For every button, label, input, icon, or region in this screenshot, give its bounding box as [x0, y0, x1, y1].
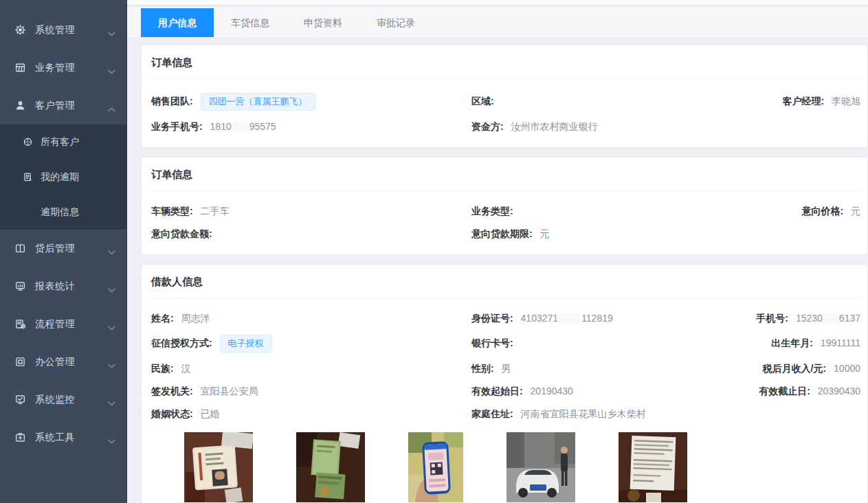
- photo-person-with-car[interactable]: 人车照: [507, 432, 575, 503]
- order-info-card-2: 订单信息 车辆类型: 二手车 业务类型: 意向价格: 元 意向贷款金额:: [141, 157, 868, 255]
- office-icon: [14, 356, 26, 368]
- photo-qr-code-phone[interactable]: 授权码截图: [408, 432, 463, 503]
- gear-icon: [14, 24, 26, 36]
- photo-id-card[interactable]: 身份证: [184, 432, 253, 503]
- monitor-icon: [14, 280, 26, 292]
- field-region: 区域:: [471, 96, 782, 108]
- user-icon: [14, 100, 26, 111]
- field-business-type: 业务类型:: [471, 205, 801, 218]
- sidebar-item-office[interactable]: 办公管理: [0, 343, 126, 381]
- order-info-card-1: 订单信息 销售团队: 四团一营（直属王鹏飞） 区域: 客户经理: 李晓旭 业务手…: [141, 45, 868, 148]
- field-sales-team: 销售团队: 四团一营（直属王鹏飞）: [151, 93, 471, 111]
- sidebar-item-all-customers[interactable]: 所有客户: [0, 124, 126, 159]
- sales-team-tag[interactable]: 四团一营（直属王鹏飞）: [201, 93, 315, 111]
- sidebar-item-postloan[interactable]: 贷后管理: [0, 230, 126, 267]
- flow-icon: [14, 318, 26, 330]
- sidebar: 系统管理 业务管理 客户管理: [0, 0, 127, 503]
- field-valid-from: 有效起始日: 20190430: [471, 385, 759, 398]
- sidebar-item-label: 逾期信息: [41, 206, 79, 219]
- section-title: 借款人信息: [151, 276, 860, 298]
- field-gender: 性别: 男: [471, 363, 763, 375]
- field-loan-amount: 意向贷款金额:: [151, 228, 471, 241]
- photo-gallery: 身份证: [151, 432, 860, 503]
- credit-auth-tag[interactable]: 电子授权: [220, 335, 272, 353]
- tab-loan-application-docs[interactable]: 申贷资料: [287, 8, 359, 37]
- sidebar-item-label: 系统监控: [35, 394, 108, 406]
- field-bank-card: 银行卡号:: [471, 337, 771, 350]
- field-marital-status: 婚姻状态: 已婚: [151, 408, 471, 421]
- sidebar-item-label: 系统管理: [35, 24, 108, 36]
- chevron-down-icon: [108, 435, 115, 440]
- field-business-phone: 业务手机号: 181095575: [151, 121, 471, 133]
- section-title: 订单信息: [151, 56, 860, 79]
- document-icon: [23, 172, 33, 182]
- sidebar-submenu-customer: 所有客户 我的逾期 逾期信息: [0, 124, 126, 230]
- sidebar-item-overdue-info[interactable]: 逾期信息: [0, 194, 126, 230]
- chevron-down-icon: [108, 284, 115, 289]
- sidebar-item-label: 所有客户: [41, 136, 79, 148]
- sidebar-item-system[interactable]: 系统管理: [0, 11, 126, 49]
- field-home-address: 家庭住址: 河南省宜阳县花果山乡木柴村: [471, 408, 860, 421]
- tab-approval-records[interactable]: 审批记录: [359, 8, 432, 37]
- sidebar-item-label: 贷后管理: [35, 243, 108, 255]
- sidebar-item-tools[interactable]: 系统工具: [0, 418, 126, 456]
- sidebar-item-label: 流程管理: [35, 318, 108, 331]
- sidebar-item-business[interactable]: 业务管理: [0, 49, 126, 87]
- sidebar-item-workflow[interactable]: 流程管理: [0, 305, 126, 343]
- chevron-up-icon: [108, 103, 115, 108]
- book-icon: [14, 243, 26, 254]
- tab-bar: 用户信息 车贷信息 申贷资料 审批记录: [127, 6, 868, 37]
- field-income: 税后月收入/元: 10000: [763, 363, 860, 375]
- field-account-manager: 客户经理: 李晓旭: [782, 96, 860, 108]
- tab-car-loan-info[interactable]: 车贷信息: [214, 8, 287, 37]
- redaction-blur: [559, 313, 580, 324]
- sidebar-item-label: 系统工具: [35, 432, 108, 444]
- grid-icon: [14, 62, 26, 74]
- field-vehicle-type: 车辆类型: 二手车: [151, 205, 471, 218]
- borrower-info-card: 借款人信息 姓名: 周志洋 身份证号: 4103271112819 手机号: 1…: [141, 264, 868, 503]
- field-issuer: 签发机关: 宜阳县公安局: [151, 385, 471, 398]
- chevron-down-icon: [108, 246, 115, 251]
- field-funder: 资金方: 汝州市农村商业银行: [471, 121, 860, 133]
- monitor-check-icon: [14, 394, 26, 405]
- main-area: 用户信息 车贷信息 申贷资料 审批记录 订单信息 销售团队: 四团一营（直属王鹏…: [127, 0, 868, 503]
- field-valid-to: 有效截止日: 20390430: [759, 385, 860, 398]
- redaction-blur: [824, 313, 838, 324]
- top-strip: [127, 0, 868, 6]
- chevron-down-icon: [108, 27, 115, 32]
- section-title: 订单信息: [151, 168, 860, 191]
- sidebar-item-my-overdue[interactable]: 我的逾期: [0, 159, 126, 194]
- chevron-down-icon: [108, 359, 115, 364]
- photo-green-booklet[interactable]: 驾驶证照片: [296, 432, 365, 503]
- sidebar-item-label: 我的逾期: [41, 171, 79, 183]
- sidebar-item-reports[interactable]: 报表统计: [0, 267, 126, 305]
- sidebar-item-label: 客户管理: [35, 100, 108, 112]
- chevron-down-icon: [108, 322, 115, 326]
- field-ethnicity: 民族: 汉: [151, 363, 471, 375]
- sidebar-item-label: 业务管理: [35, 62, 108, 74]
- field-id-number: 身份证号: 4103271112819: [471, 313, 756, 325]
- field-name: 姓名: 周志洋: [151, 313, 471, 325]
- field-birth: 出生年月: 19911111: [771, 337, 860, 350]
- photo-handwritten-document[interactable]: 其他材料: [619, 432, 687, 503]
- redaction-blur: [233, 122, 248, 132]
- toolbox-icon: [14, 432, 26, 443]
- sidebar-item-label: 办公管理: [35, 356, 108, 368]
- field-credit-auth: 征信授权方式: 电子授权: [151, 335, 471, 353]
- field-mobile: 手机号: 152306137: [756, 313, 860, 325]
- peoples-icon: [23, 137, 33, 147]
- sidebar-item-customer[interactable]: 客户管理: [0, 87, 126, 124]
- sidebar-item-monitor[interactable]: 系统监控: [0, 381, 126, 418]
- sidebar-item-label: 报表统计: [35, 280, 108, 293]
- chevron-down-icon: [108, 65, 115, 70]
- field-loan-term: 意向贷款期限: 元: [471, 228, 860, 241]
- field-intent-price: 意向价格: 元: [801, 205, 860, 218]
- chevron-down-icon: [108, 397, 115, 402]
- content: 订单信息 销售团队: 四团一营（直属王鹏飞） 区域: 客户经理: 李晓旭 业务手…: [127, 37, 868, 503]
- tab-user-info[interactable]: 用户信息: [141, 8, 214, 37]
